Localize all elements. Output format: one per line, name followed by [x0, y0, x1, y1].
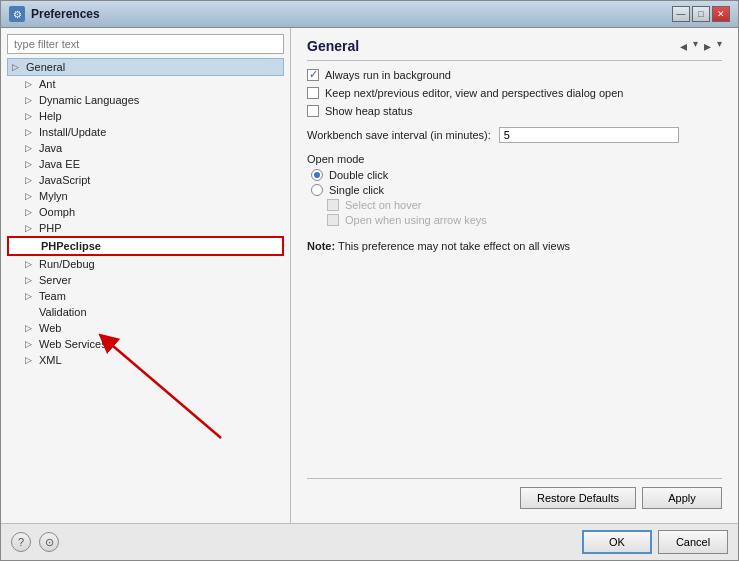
- ok-button[interactable]: OK: [582, 530, 652, 554]
- tree-label-validation: Validation: [39, 306, 87, 318]
- tree-label-ant: Ant: [39, 78, 56, 90]
- help-icon[interactable]: ?: [11, 532, 31, 552]
- tree-arrow-oomph: ▷: [25, 207, 39, 217]
- show-heap-status-row: Show heap status: [307, 105, 722, 117]
- select-on-hover-row: Select on hover: [327, 199, 722, 211]
- tree-item-dynamic-languages[interactable]: ▷ Dynamic Languages: [7, 92, 284, 108]
- tree-item-server[interactable]: ▷ Server: [7, 272, 284, 288]
- right-panel: General ◂ ▾ ▸ ▾ Always run in background: [291, 28, 738, 523]
- tree-item-phpeclipse[interactable]: ▷ PHPeclipse: [7, 236, 284, 256]
- note-body: This preference may not take effect on a…: [335, 240, 570, 252]
- tree-label-dynamic: Dynamic Languages: [39, 94, 139, 106]
- tree-label-server: Server: [39, 274, 71, 286]
- tree-item-php[interactable]: ▷ PHP: [7, 220, 284, 236]
- keep-editor-open-label: Keep next/previous editor, view and pers…: [325, 87, 623, 99]
- workbench-save-input[interactable]: [499, 127, 679, 143]
- nav-forward-icon[interactable]: ▸: [701, 38, 714, 54]
- tree-item-xml[interactable]: ▷ XML: [7, 352, 284, 368]
- tree-arrow-mylyn: ▷: [25, 191, 39, 201]
- tree-label-mylyn: Mylyn: [39, 190, 68, 202]
- tree-arrow-java: ▷: [25, 143, 39, 153]
- double-click-radio[interactable]: [311, 169, 323, 181]
- tree-arrow-javascript: ▷: [25, 175, 39, 185]
- ok-cancel-buttons: OK Cancel: [582, 530, 728, 554]
- close-button[interactable]: ✕: [712, 6, 730, 22]
- select-on-hover-label: Select on hover: [345, 199, 421, 211]
- show-heap-status-label: Show heap status: [325, 105, 412, 117]
- tree-item-run-debug[interactable]: ▷ Run/Debug: [7, 256, 284, 272]
- tree-label-general: General: [26, 61, 65, 73]
- tree-item-oomph[interactable]: ▷ Oomph: [7, 204, 284, 220]
- workbench-save-row: Workbench save interval (in minutes):: [307, 127, 722, 143]
- open-when-arrow-row: Open when using arrow keys: [327, 214, 722, 226]
- tree-item-javascript[interactable]: ▷ JavaScript: [7, 172, 284, 188]
- nav-arrows: ◂ ▾ ▸ ▾: [677, 38, 722, 54]
- tree-item-general[interactable]: ▷ General: [7, 58, 284, 76]
- maximize-button[interactable]: □: [692, 6, 710, 22]
- preferences-icon: ⚙: [9, 6, 25, 22]
- panel-content: Always run in background Keep next/previ…: [307, 69, 722, 478]
- tree-item-web[interactable]: ▷ Web: [7, 320, 284, 336]
- tree-label-web-services: Web Services: [39, 338, 107, 350]
- show-heap-status-checkbox[interactable]: [307, 105, 319, 117]
- tree-arrow-team: ▷: [25, 291, 39, 301]
- cancel-button[interactable]: Cancel: [658, 530, 728, 554]
- content-area: ▷ General ▷ Ant ▷ Dynamic Languages ▷ He…: [1, 28, 738, 523]
- nav-back-dropdown-icon[interactable]: ▾: [693, 38, 698, 54]
- tree-item-mylyn[interactable]: ▷ Mylyn: [7, 188, 284, 204]
- dialog-bottom: ? ⊙ OK Cancel: [1, 523, 738, 560]
- left-panel: ▷ General ▷ Ant ▷ Dynamic Languages ▷ He…: [1, 28, 291, 523]
- double-click-label: Double click: [329, 169, 388, 181]
- tree-item-java-ee[interactable]: ▷ Java EE: [7, 156, 284, 172]
- single-click-row: Single click: [311, 184, 722, 196]
- tree-arrow-ant: ▷: [25, 79, 39, 89]
- tree-item-help[interactable]: ▷ Help: [7, 108, 284, 124]
- minimize-button[interactable]: —: [672, 6, 690, 22]
- open-when-arrow-checkbox[interactable]: [327, 214, 339, 226]
- workbench-save-label: Workbench save interval (in minutes):: [307, 129, 491, 141]
- nav-back-icon[interactable]: ◂: [677, 38, 690, 54]
- tree-arrow-dynamic: ▷: [25, 95, 39, 105]
- tree-label-team: Team: [39, 290, 66, 302]
- tree-item-web-services[interactable]: ▷ Web Services: [7, 336, 284, 352]
- tree-arrow-web-services: ▷: [25, 339, 39, 349]
- always-run-background-checkbox[interactable]: [307, 69, 319, 81]
- window-title: Preferences: [31, 7, 100, 21]
- nav-forward-dropdown-icon[interactable]: ▾: [717, 38, 722, 54]
- tree-arrow-help: ▷: [25, 111, 39, 121]
- note-text: Note: This preference may not take effec…: [307, 240, 722, 252]
- select-on-hover-checkbox[interactable]: [327, 199, 339, 211]
- panel-title: General: [307, 38, 359, 54]
- title-buttons: — □ ✕: [672, 6, 730, 22]
- panel-bottom-buttons: Restore Defaults Apply: [307, 478, 722, 513]
- single-click-radio[interactable]: [311, 184, 323, 196]
- restore-defaults-button[interactable]: Restore Defaults: [520, 487, 636, 509]
- tree-item-team[interactable]: ▷ Team: [7, 288, 284, 304]
- note-prefix: Note:: [307, 240, 335, 252]
- tree-label-xml: XML: [39, 354, 62, 366]
- tree-arrow-install: ▷: [25, 127, 39, 137]
- always-run-background-label: Always run in background: [325, 69, 451, 81]
- tree-view: ▷ General ▷ Ant ▷ Dynamic Languages ▷ He…: [7, 58, 284, 517]
- bottom-icons: ? ⊙: [11, 532, 59, 552]
- tree-label-php: PHP: [39, 222, 62, 234]
- tree-arrow-general: ▷: [12, 62, 26, 72]
- apply-button[interactable]: Apply: [642, 487, 722, 509]
- tree-arrow-server: ▷: [25, 275, 39, 285]
- tree-item-java[interactable]: ▷ Java: [7, 140, 284, 156]
- filter-input[interactable]: [7, 34, 284, 54]
- tree-label-java: Java: [39, 142, 62, 154]
- keep-editor-open-checkbox[interactable]: [307, 87, 319, 99]
- tree-item-ant[interactable]: ▷ Ant: [7, 76, 284, 92]
- preferences-shortcut-icon[interactable]: ⊙: [39, 532, 59, 552]
- title-bar: ⚙ Preferences — □ ✕: [1, 1, 738, 28]
- tree-item-validation[interactable]: ▷ Validation: [7, 304, 284, 320]
- keep-editor-open-row: Keep next/previous editor, view and pers…: [307, 87, 722, 99]
- tree-label-javascript: JavaScript: [39, 174, 90, 186]
- tree-arrow-web: ▷: [25, 323, 39, 333]
- tree-item-install-update[interactable]: ▷ Install/Update: [7, 124, 284, 140]
- tree-label-install: Install/Update: [39, 126, 106, 138]
- tree-label-oomph: Oomph: [39, 206, 75, 218]
- open-mode-group: Open mode Double click Single click: [307, 153, 722, 226]
- sub-options: Select on hover Open when using arrow ke…: [327, 199, 722, 226]
